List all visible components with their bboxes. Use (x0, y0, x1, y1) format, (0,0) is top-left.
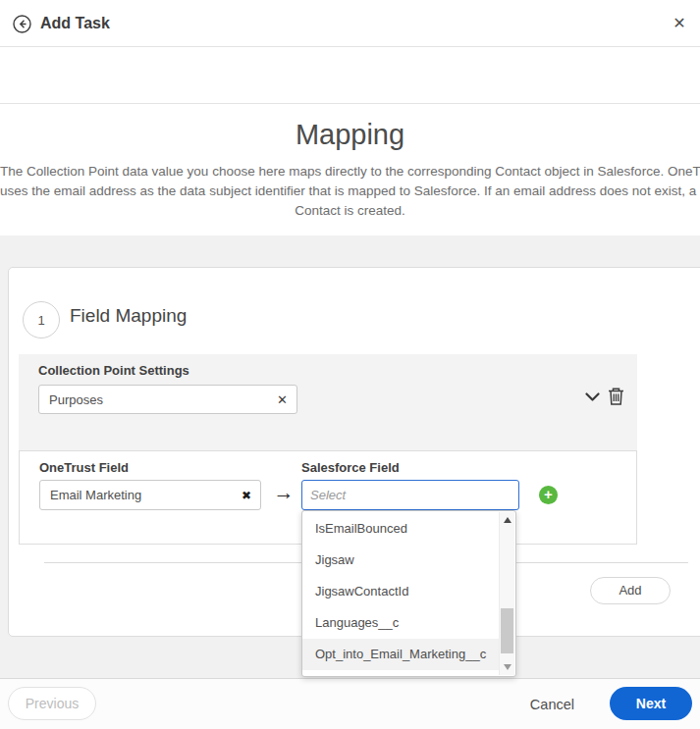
clear-collection-point-icon[interactable]: ✕ (277, 386, 288, 413)
description-line: The Collection Point data value you choo… (0, 162, 700, 182)
dialog-title: Add Task (40, 0, 110, 47)
add-field-plus-icon[interactable]: + (539, 486, 558, 504)
progress-stepper: ✔ ✔ (0, 47, 700, 104)
dropdown-scrollbar[interactable] (499, 512, 514, 675)
add-task-dialog: Add Task ✕ ✔ ✔ Mapping The Collection Po… (0, 0, 700, 729)
salesforce-field-input[interactable] (301, 480, 519, 510)
onetrust-field-label: OneTrust Field (39, 460, 129, 475)
previous-button[interactable]: Previous (8, 687, 96, 720)
collection-point-value: Purposes (49, 386, 103, 413)
scroll-down-icon[interactable] (500, 659, 515, 675)
scrollbar-thumb[interactable] (501, 608, 513, 653)
section-title: Field Mapping (70, 305, 187, 327)
add-button[interactable]: Add (590, 577, 671, 604)
dropdown-option-list: IsEmailBounced Jigsaw JigsawContactId La… (302, 513, 499, 670)
scroll-up-icon[interactable] (500, 512, 515, 528)
chevron-down-icon[interactable] (585, 391, 600, 405)
mapping-arrow-icon: → (270, 481, 297, 504)
next-button[interactable]: Next (610, 687, 692, 720)
onetrust-field-value: Email Marketing (50, 481, 141, 509)
clear-onetrust-field-icon[interactable]: ✖ (242, 481, 251, 509)
close-icon[interactable]: ✕ (665, 0, 694, 47)
dialog-header: Add Task ✕ (0, 0, 700, 47)
salesforce-field-dropdown: IsEmailBounced Jigsaw JigsawContactId La… (301, 510, 516, 677)
collection-point-input[interactable]: Purposes ✕ (38, 385, 297, 414)
dropdown-option[interactable]: JigsawContactId (302, 576, 499, 607)
intro-section: Mapping The Collection Point data value … (0, 104, 700, 235)
section-number-badge: 1 (23, 301, 60, 338)
page-title: Mapping (0, 119, 700, 151)
trash-icon[interactable] (608, 387, 624, 409)
dialog-footer: Previous Cancel Next (0, 678, 700, 729)
dropdown-option[interactable]: Languages__c (302, 607, 499, 639)
onetrust-field-input[interactable]: Email Marketing ✖ (39, 480, 261, 510)
collection-point-settings-box: Collection Point Settings Purposes ✕ (19, 354, 637, 450)
dropdown-option[interactable]: IsEmailBounced (302, 513, 499, 545)
description-line: Contact is created. (0, 201, 700, 221)
page-description: The Collection Point data value you choo… (0, 162, 700, 221)
salesforce-field-label: Salesforce Field (301, 460, 400, 475)
collection-point-settings-label: Collection Point Settings (38, 363, 189, 378)
cancel-button[interactable]: Cancel (530, 679, 574, 729)
description-line: uses the email address as the data subje… (0, 182, 700, 201)
dropdown-option[interactable]: Jigsaw (302, 545, 499, 576)
back-icon[interactable] (13, 15, 31, 33)
dropdown-option[interactable]: Opt_into_Email_Marketing__c (302, 639, 499, 670)
